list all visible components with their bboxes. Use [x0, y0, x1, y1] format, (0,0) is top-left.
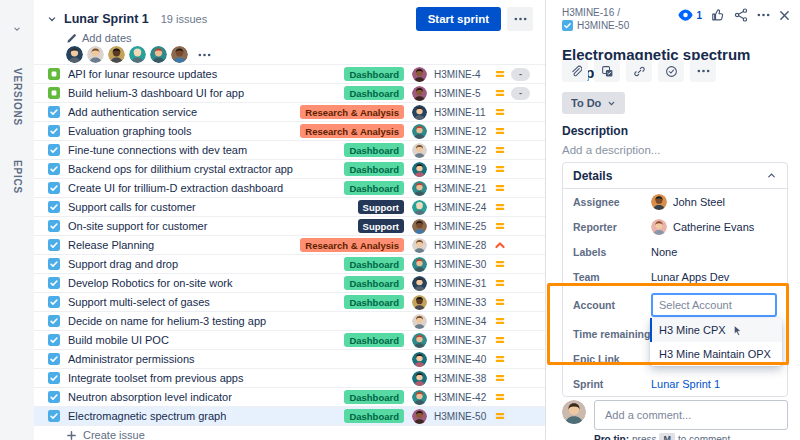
- issue-row[interactable]: Add authentication service Research & An…: [34, 102, 545, 121]
- issue-row[interactable]: Integrate toolset from previous apps H3M…: [34, 368, 545, 387]
- assignee-avatar[interactable]: [412, 200, 427, 215]
- assignee-avatar[interactable]: [412, 86, 427, 101]
- field-value[interactable]: Lunar Sprint 1: [651, 376, 777, 392]
- add-child-issue-button[interactable]: [594, 60, 620, 82]
- field-value[interactable]: Lunar Apps Dev: [651, 269, 777, 285]
- details-card-header[interactable]: Details: [563, 163, 787, 189]
- field-value[interactable]: None: [651, 244, 777, 260]
- assignee-avatar[interactable]: [412, 314, 427, 329]
- assignee-avatar[interactable]: [412, 162, 427, 177]
- issue-row[interactable]: Administrator permissions H3MINE-40: [34, 349, 545, 368]
- issue-type-icon: [48, 391, 60, 403]
- issue-title: Support multi-select of gases: [68, 296, 336, 308]
- sprint-expand-icon[interactable]: [46, 13, 58, 25]
- assignee-avatar[interactable]: [412, 333, 427, 348]
- priority-icon: [494, 239, 508, 251]
- detail-more-button[interactable]: [757, 13, 770, 17]
- sprint-member-avatar[interactable]: [129, 46, 146, 63]
- share-button[interactable]: [734, 8, 748, 22]
- like-button[interactable]: [711, 8, 725, 22]
- watch-button[interactable]: 1: [678, 9, 702, 21]
- field-label: Epic Link: [573, 353, 651, 365]
- start-sprint-button[interactable]: Start sprint: [416, 7, 501, 31]
- field-value[interactable]: [651, 293, 777, 317]
- issue-row[interactable]: Build helium-3 dashboard UI for app Dash…: [34, 83, 545, 102]
- sprint-member-avatar[interactable]: [66, 46, 83, 63]
- issue-row[interactable]: Support multi-select of gases Dashboard …: [34, 292, 545, 311]
- assignee-avatar[interactable]: [412, 105, 427, 120]
- link-icon: [633, 65, 646, 78]
- issue-row[interactable]: Evaluation graphing tools Research & Ana…: [34, 121, 545, 140]
- thumbs-up-icon: [711, 8, 725, 22]
- action-more-button[interactable]: [690, 60, 716, 82]
- create-issue-button[interactable]: Create issue: [66, 429, 145, 440]
- issue-row[interactable]: Release Planning Research & Analysis H3M…: [34, 235, 545, 254]
- priority-icon: [494, 201, 508, 213]
- assignee-avatar[interactable]: [412, 390, 427, 405]
- issue-detail-panel: H3MINE-16 / H3MINE-50 1 Elec: [545, 0, 800, 440]
- rail-collapse-icon[interactable]: [12, 24, 22, 34]
- assignee-avatar[interactable]: [412, 124, 427, 139]
- assignee-avatar[interactable]: [412, 276, 427, 291]
- avatar-strip-more-button[interactable]: [198, 53, 211, 57]
- issue-header-actions: 1: [678, 8, 790, 22]
- assignee-avatar[interactable]: [412, 67, 427, 82]
- add-dates-button[interactable]: Add dates: [66, 32, 132, 44]
- issue-action-row: [562, 60, 716, 82]
- assignee-avatar[interactable]: [412, 238, 427, 253]
- issue-row[interactable]: Fine-tune connections with dev team Dash…: [34, 140, 545, 159]
- breadcrumb-parent-link[interactable]: H3MINE-16: [562, 7, 614, 18]
- priority-icon: [494, 182, 508, 194]
- issue-label-pill: Dashboard: [344, 390, 404, 404]
- issue-row[interactable]: Neutron absorption level indicator Dashb…: [34, 387, 545, 406]
- issue-row[interactable]: Develop Robotics for on-site work Dashbo…: [34, 273, 545, 292]
- assignee-avatar[interactable]: [412, 352, 427, 367]
- attach-button[interactable]: [562, 60, 588, 82]
- issue-row[interactable]: API for lunar resource updates Dashboard…: [34, 64, 545, 83]
- comment-input[interactable]: [594, 400, 788, 430]
- sidebar-item-epics[interactable]: EPICS: [12, 160, 23, 194]
- assignee-avatar[interactable]: [412, 181, 427, 196]
- issue-row[interactable]: Support calls for customer Support H3MIN…: [34, 197, 545, 216]
- assignee-avatar[interactable]: [412, 219, 427, 234]
- issue-key: H3MINE-21: [434, 183, 494, 194]
- issue-key: H3MINE-50: [434, 411, 494, 422]
- issue-key: H3MINE-42: [434, 392, 494, 403]
- sprint-more-button[interactable]: [507, 7, 533, 31]
- assignee-avatar[interactable]: [412, 257, 427, 272]
- issue-row[interactable]: Build mobile UI POC Dashboard H3MINE-37: [34, 330, 545, 349]
- create-issue-label: Create issue: [83, 429, 145, 440]
- issue-label-pill: Support: [358, 200, 404, 214]
- priority-icon: [494, 353, 508, 365]
- field-value[interactable]: John Steel: [651, 194, 777, 210]
- issue-title: Develop Robotics for on-site work: [68, 277, 336, 289]
- sprint-member-avatar[interactable]: [150, 46, 167, 63]
- assignee-avatar[interactable]: [412, 143, 427, 158]
- account-select-input[interactable]: [651, 293, 777, 317]
- field-value[interactable]: Catherine Evans: [651, 219, 777, 235]
- issue-row[interactable]: Create UI for trillium-D extraction dash…: [34, 178, 545, 197]
- account-dropdown-option[interactable]: H3 Mine Maintain OPX: [650, 342, 782, 366]
- breadcrumb-current[interactable]: H3MINE-50: [562, 20, 629, 31]
- sprint-member-avatar[interactable]: [87, 46, 104, 63]
- workflow-check-button[interactable]: [658, 60, 684, 82]
- issue-row[interactable]: Decide on name for helium-3 testing app …: [34, 311, 545, 330]
- assignee-avatar[interactable]: [412, 371, 427, 386]
- account-dropdown-option[interactable]: H3 Mine CPX: [650, 318, 782, 342]
- issue-key: H3MINE-11: [434, 107, 494, 118]
- sprint-member-avatar[interactable]: [108, 46, 125, 63]
- issue-row[interactable]: On-site support for customer Support H3M…: [34, 216, 545, 235]
- issue-row[interactable]: Support drag and drop Dashboard H3MINE-3…: [34, 254, 545, 273]
- issue-row[interactable]: Electromagnetic spectrum graph Dashboard…: [34, 406, 545, 425]
- assignee-avatar[interactable]: [412, 409, 427, 424]
- status-dropdown-button[interactable]: To Do: [562, 92, 625, 114]
- link-issue-button[interactable]: [626, 60, 652, 82]
- issue-row[interactable]: Backend ops for dilithium crystal extrac…: [34, 159, 545, 178]
- sidebar-item-versions[interactable]: VERSIONS: [12, 68, 23, 126]
- description-placeholder[interactable]: Add a description...: [562, 144, 660, 156]
- sprint-member-avatar[interactable]: [171, 46, 188, 63]
- assignee-avatar[interactable]: [412, 295, 427, 310]
- chevron-down-icon: [607, 99, 616, 108]
- issue-title: Decide on name for helium-3 testing app: [68, 315, 404, 327]
- close-panel-button[interactable]: [779, 10, 790, 21]
